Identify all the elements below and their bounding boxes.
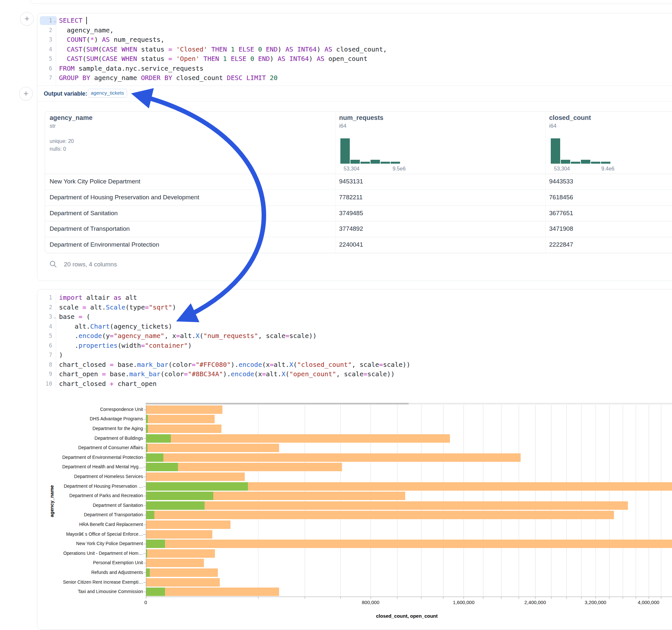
cell-num-requests: 9453131 bbox=[339, 178, 363, 185]
code-line[interactable]: 7) bbox=[37, 350, 672, 360]
open-count-bar bbox=[146, 434, 171, 443]
cell-closed-count: 3677651 bbox=[549, 210, 573, 217]
x-axis-tick bbox=[483, 597, 483, 599]
open-count-bar bbox=[146, 539, 165, 548]
altair-chart: Correspondence UnitDHS Advantage Program… bbox=[0, 398, 672, 622]
y-axis-label: Department of Transportation bbox=[0, 512, 143, 517]
fold-chevron-icon[interactable]: ⌄ bbox=[52, 16, 58, 26]
y-axis-label: Department of Sanitation bbox=[0, 503, 143, 508]
y-axis-label: Personal Exemption Unit bbox=[0, 560, 143, 565]
y-axis-tick bbox=[143, 419, 146, 419]
code-line[interactable]: 1⌄SELECT bbox=[37, 16, 672, 26]
fold-spacer bbox=[52, 54, 58, 64]
x-axis-title: closed_count, open_count bbox=[376, 613, 438, 619]
column-header-num-requests[interactable]: num_requests i64 bbox=[339, 114, 383, 129]
x-axis-tick bbox=[623, 597, 623, 599]
y-axis-label: Mayorâ€ s Office of Special Enforce… bbox=[0, 532, 143, 537]
y-axis-tick bbox=[143, 525, 146, 525]
histogram-bar bbox=[581, 160, 590, 164]
table-footer-summary: 20 rows, 4 columns bbox=[64, 261, 117, 268]
gridline bbox=[483, 405, 483, 597]
column-stat: nulls: 0 bbox=[50, 146, 92, 152]
cell-agency-name: Department of Sanitation bbox=[50, 210, 118, 217]
code-line[interactable]: 7GROUP BY agency_name ORDER BY closed_co… bbox=[37, 73, 672, 83]
column-type: i64 bbox=[549, 123, 591, 129]
code-line[interactable]: 3⌄base = ( bbox=[37, 312, 672, 322]
histogram-bar bbox=[360, 162, 370, 164]
code-line[interactable]: 9chart_open = base.mark_bar(color="#8BC3… bbox=[37, 369, 672, 379]
y-axis-label: Refunds and Adjustments bbox=[0, 570, 143, 575]
code-line[interactable]: 3 COUNT(*) AS num_requests, bbox=[37, 35, 672, 45]
chart-scrollbar-thumb[interactable] bbox=[146, 403, 409, 405]
code-line[interactable]: 10chart_closed + chart_open bbox=[37, 379, 672, 389]
open-count-bar bbox=[146, 511, 154, 519]
code-line[interactable]: 1import altair as alt bbox=[37, 293, 672, 303]
notebook-page: { "sql_cell": { "add_button_label": "+",… bbox=[0, 0, 672, 630]
x-axis-tick-label: 2,400,000 bbox=[525, 600, 546, 605]
closed-count-bar bbox=[146, 425, 222, 433]
x-axis-tick bbox=[535, 597, 535, 599]
closed-count-bar bbox=[146, 578, 220, 587]
code-line[interactable]: 5 CAST(SUM(CASE WHEN status = 'Open' THE… bbox=[37, 54, 672, 64]
closed-count-histogram bbox=[551, 138, 610, 164]
add-cell-button-top[interactable]: + bbox=[20, 12, 34, 26]
sql-editor[interactable]: 1⌄SELECT 2 agency_name,3 COUNT(*) AS num… bbox=[37, 16, 672, 83]
code-line[interactable]: 2scale = alt.Scale(type="sqrt") bbox=[37, 303, 672, 312]
column-header-agency-name[interactable]: agency_name str unique: 20 nulls: 0 bbox=[50, 114, 92, 152]
gridline bbox=[501, 405, 502, 597]
gridline bbox=[623, 405, 623, 597]
code-line[interactable]: 2 agency_name, bbox=[37, 26, 672, 35]
line-number: 1 bbox=[37, 16, 52, 26]
y-axis-label: Department for the Aging bbox=[0, 426, 143, 431]
histogram-max-label: 9.5e6 bbox=[392, 166, 406, 172]
gridline bbox=[551, 405, 551, 597]
code-line[interactable]: 8chart_closed = base.mark_bar(color="#FF… bbox=[37, 360, 672, 370]
divider bbox=[37, 101, 672, 102]
fold-spacer bbox=[52, 45, 58, 54]
line-number: 5 bbox=[37, 331, 52, 341]
histogram-max-label: 9.4e6 bbox=[601, 166, 614, 172]
x-axis-tick bbox=[636, 597, 636, 599]
closed-count-bar bbox=[146, 501, 628, 510]
open-count-bar bbox=[146, 587, 165, 596]
line-number: 5 bbox=[37, 54, 52, 64]
column-header-closed-count[interactable]: closed_count i64 bbox=[549, 114, 591, 129]
open-count-bar bbox=[146, 453, 164, 462]
code-line[interactable]: 4 alt.Chart(agency_tickets) bbox=[37, 322, 672, 332]
x-axis-tick bbox=[305, 597, 305, 599]
search-icon[interactable] bbox=[50, 261, 57, 268]
add-cell-button-middle[interactable]: + bbox=[19, 87, 33, 100]
code-text: COUNT(*) AS num_requests, bbox=[58, 35, 164, 45]
closed-count-bar bbox=[146, 520, 231, 529]
code-text: CAST(SUM(CASE WHEN status = 'Closed' THE… bbox=[58, 45, 387, 54]
fold-chevron-icon[interactable]: ⌄ bbox=[52, 312, 58, 322]
fold-spacer bbox=[52, 73, 58, 83]
x-axis-line bbox=[146, 597, 672, 597]
cell-closed-count: 3471908 bbox=[549, 225, 573, 232]
y-axis-label: Taxi and Limousine Commission bbox=[0, 589, 143, 594]
histogram-bar bbox=[601, 162, 610, 164]
output-variable-label: Output variable: bbox=[44, 91, 87, 97]
python-editor[interactable]: 1import altair as alt2scale = alt.Scale(… bbox=[37, 293, 672, 389]
y-axis-tick bbox=[143, 573, 146, 573]
code-line[interactable]: 4 CAST(SUM(CASE WHEN status = 'Closed' T… bbox=[37, 45, 672, 54]
open-count-bar bbox=[146, 492, 214, 500]
code-line[interactable]: 6 .properties(width="container") bbox=[37, 341, 672, 350]
cell-closed-count: 7618456 bbox=[549, 194, 573, 201]
gridline bbox=[421, 405, 422, 597]
sql-cell[interactable]: 1⌄SELECT 2 agency_name,3 COUNT(*) AS num… bbox=[37, 13, 672, 281]
output-variable-pill[interactable]: agency_tickets bbox=[88, 89, 127, 98]
code-line[interactable]: 6FROM sample_data.nyc.service_requests bbox=[37, 64, 672, 74]
x-axis-tick bbox=[463, 597, 464, 599]
x-axis-tick bbox=[609, 597, 609, 599]
code-text: FROM sample_data.nyc.service_requests bbox=[58, 64, 203, 74]
open-count-bar bbox=[146, 482, 248, 491]
cell-agency-name: Department of Environmental Protection bbox=[50, 241, 159, 248]
open-count-bar bbox=[146, 568, 150, 577]
code-line[interactable]: 5 .encode(y="agency_name", x=alt.X("num_… bbox=[37, 331, 672, 341]
code-text: chart_closed = base.mark_bar(color="#FFC… bbox=[58, 360, 410, 370]
x-axis-tick bbox=[421, 597, 422, 599]
histogram-min-label: 53,304 bbox=[344, 166, 360, 172]
column-name: closed_count bbox=[549, 114, 591, 122]
fold-spacer bbox=[52, 379, 58, 389]
